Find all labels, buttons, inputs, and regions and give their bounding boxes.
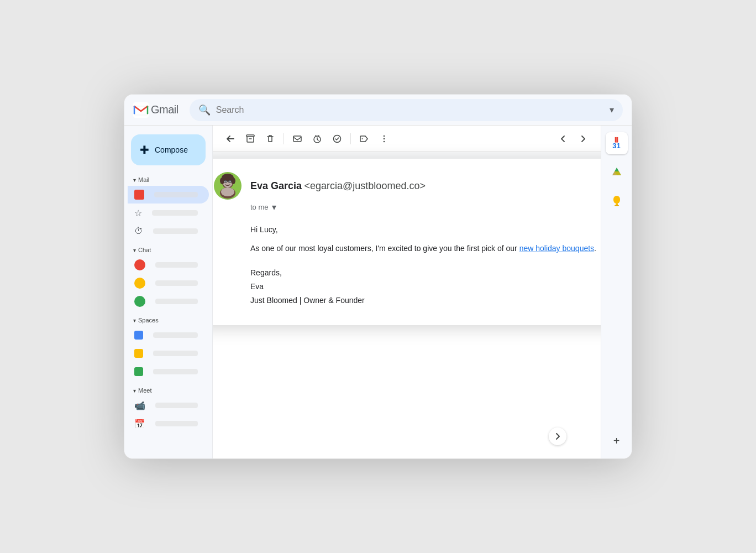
svg-rect-24 <box>224 180 227 182</box>
search-dropdown-icon[interactable]: ▾ <box>610 105 614 115</box>
delete-button[interactable] <box>261 130 279 148</box>
svg-point-20 <box>221 187 234 196</box>
more-button[interactable] <box>375 130 393 148</box>
keep-icon <box>611 195 623 207</box>
meet-arrow-icon: ▾ <box>133 388 136 394</box>
mail-section-label[interactable]: ▾ Mail <box>124 174 212 185</box>
label-icon <box>359 134 369 144</box>
scroll-chevron-right-icon <box>554 432 561 440</box>
snooze-icon <box>312 134 322 144</box>
toolbar <box>213 126 601 152</box>
compose-button[interactable]: ✚ Compose <box>131 134 206 165</box>
drive-app-button[interactable] <box>606 161 628 183</box>
prev-email-button[interactable] <box>554 130 572 148</box>
svg-rect-2 <box>147 106 148 114</box>
sender-info: Eva Garcia <egarcia@justbloomed.co> <box>250 180 601 192</box>
sender-name: Eva Garcia <box>250 180 302 191</box>
mark-unread-button[interactable] <box>288 130 306 148</box>
gmail-label: Gmail <box>151 103 179 116</box>
to-row[interactable]: to me ▾ <box>250 202 601 212</box>
sidebar-item-snoozed[interactable]: ⏱ <box>128 222 209 240</box>
svg-point-7 <box>362 138 363 139</box>
gmail-logo: Gmail <box>133 102 179 118</box>
email-body-text: As one of our most loyal customers, I'm … <box>250 244 517 253</box>
inbox-icon <box>134 190 144 200</box>
sender-avatar <box>214 172 242 200</box>
drive-icon <box>610 165 623 179</box>
header: Gmail 🔍 ▾ <box>124 95 632 126</box>
email-link[interactable]: new holiday bouquets <box>519 244 594 253</box>
search-input[interactable] <box>216 105 604 115</box>
chat-1-label <box>155 262 198 268</box>
meet-new-label <box>155 403 198 408</box>
space-3-label <box>153 369 198 374</box>
chat-avatar-green <box>134 296 145 307</box>
meet-section-text: Meet <box>138 387 151 394</box>
meet-video-icon: 📹 <box>134 400 145 411</box>
svg-point-8 <box>384 135 385 137</box>
task-icon <box>332 134 342 144</box>
mail-arrow-icon: ▾ <box>133 177 136 183</box>
calendar-app-button[interactable]: ▐▌ 31 <box>606 132 628 154</box>
back-button[interactable] <box>222 130 239 148</box>
sidebar-item-chat-3[interactable] <box>128 293 209 310</box>
svg-rect-25 <box>228 180 232 182</box>
spaces-section-label[interactable]: ▾ Spaces <box>124 315 212 326</box>
email-card: Eva Garcia <egarcia@justbloomed.co> to m… <box>213 159 601 325</box>
calendar-day: 31 <box>612 142 620 149</box>
archive-button[interactable] <box>242 130 259 148</box>
toolbar-divider-1 <box>284 133 284 144</box>
email-closing: Regards, Eva Just Bloomed | Owner & Foun… <box>250 266 601 308</box>
snoozed-label-placeholder <box>153 228 198 234</box>
scroll-right-button[interactable] <box>549 427 566 445</box>
chat-2-label <box>155 280 198 286</box>
sidebar-item-chat-2[interactable] <box>128 274 209 292</box>
sidebar: ✚ Compose ▾ Mail ☆ ⏱ <box>124 126 213 458</box>
svg-rect-29 <box>615 205 619 206</box>
archive-icon <box>245 134 255 144</box>
search-bar[interactable]: 🔍 ▾ <box>190 99 623 121</box>
sidebar-item-meet-new[interactable]: 📹 <box>128 397 209 414</box>
toolbar-divider-2 <box>350 133 351 144</box>
gmail-m-icon <box>133 102 149 118</box>
inbox-label-placeholder <box>154 192 198 197</box>
spaces-arrow-icon: ▾ <box>133 317 136 324</box>
next-email-button[interactable] <box>574 130 592 148</box>
prev-icon <box>559 134 568 143</box>
svg-rect-4 <box>293 136 301 142</box>
back-icon <box>225 134 235 144</box>
keep-app-button[interactable] <box>606 190 628 212</box>
sender-row: Eva Garcia <egarcia@justbloomed.co> <box>214 172 601 200</box>
space-icon-blue <box>134 331 143 340</box>
closing-name: Eva <box>250 280 601 294</box>
label-button[interactable] <box>355 130 373 148</box>
email-body-after: . <box>594 244 596 253</box>
sidebar-item-space-2[interactable] <box>128 345 209 362</box>
toolbar-nav <box>554 130 592 148</box>
sidebar-item-space-3[interactable] <box>128 363 209 380</box>
starred-label-placeholder <box>152 210 198 216</box>
sidebar-item-starred[interactable]: ☆ <box>128 204 209 222</box>
snooze-button[interactable] <box>308 130 326 148</box>
compose-label: Compose <box>155 145 188 154</box>
chat-arrow-icon: ▾ <box>133 247 136 253</box>
to-chevron-icon[interactable]: ▾ <box>272 202 276 212</box>
right-sidebar: ▐▌ 31 <box>601 126 632 458</box>
add-task-button[interactable] <box>328 130 346 148</box>
closing-regards: Regards, <box>250 266 601 280</box>
chat-section-label[interactable]: ▾ Chat <box>124 244 212 255</box>
mail-section-text: Mail <box>138 176 149 183</box>
sidebar-item-space-1[interactable] <box>128 326 209 344</box>
to-label: to me <box>250 203 269 211</box>
chat-3-label <box>155 299 198 304</box>
email-icon <box>292 134 302 144</box>
sidebar-item-chat-1[interactable] <box>128 256 209 274</box>
add-app-button[interactable]: + <box>606 430 628 452</box>
svg-rect-3 <box>246 135 254 137</box>
sidebar-item-inbox[interactable] <box>128 186 209 204</box>
sidebar-item-meet-join[interactable]: 📅 <box>128 415 209 432</box>
clock-icon: ⏱ <box>134 226 143 236</box>
svg-point-9 <box>384 138 385 139</box>
meet-section-label[interactable]: ▾ Meet <box>124 385 212 396</box>
add-icon: + <box>613 435 620 447</box>
